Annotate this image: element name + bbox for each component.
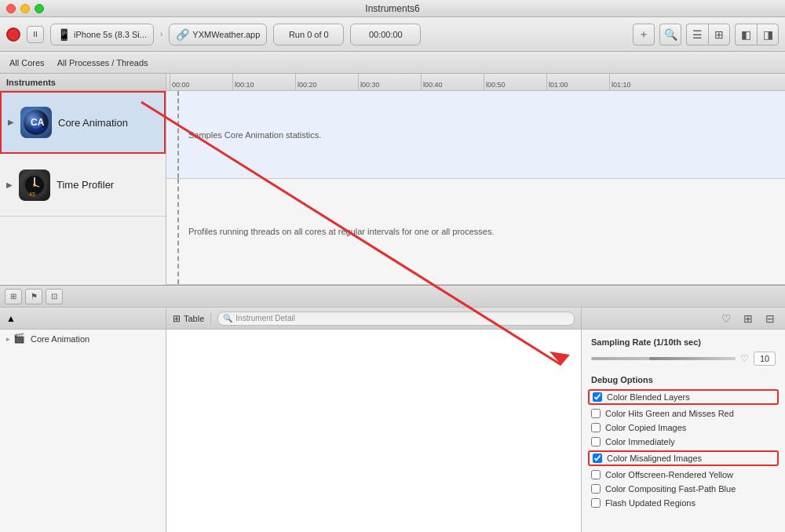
app-selector[interactable]: 🔗 YXMWeather.app [169, 24, 267, 46]
toolbar-divider [210, 312, 211, 325]
dashed-line-2 [177, 179, 179, 284]
debug-label-7: Flash Updated Regions [605, 498, 696, 508]
svg-text:CA: CA [31, 117, 45, 128]
all-cores-filter[interactable]: All Cores [9, 58, 45, 67]
heart-icon: ♡ [740, 353, 749, 364]
sampling-rate-section: Sampling Rate (1/10th sec) ♡ 10 [591, 337, 776, 366]
tick-3: l00:30 [358, 74, 421, 90]
add-instrument-button[interactable]: ＋ [633, 24, 655, 46]
search-placeholder: Instrument Detail [236, 314, 295, 322]
sampling-rate-slider-container: ♡ 10 [591, 352, 776, 366]
play-icon: ▶ [8, 118, 17, 127]
time-profiler-icon: 45 [19, 169, 50, 201]
debug-checkbox-1[interactable] [591, 409, 601, 418]
play-icon-2: ▶ [6, 180, 16, 190]
debug-checkbox-4[interactable] [593, 454, 602, 463]
debug-label-0: Color Blended Layers [607, 392, 690, 402]
flag-icon[interactable]: ⚑ [25, 289, 42, 304]
view-toggle: ☰ ⊞ [686, 24, 730, 46]
grid-button[interactable]: ⊞ [739, 311, 757, 326]
tick-2: l00:20 [295, 74, 358, 90]
table-icon: ⊞ [173, 313, 181, 324]
panel-toggle: ◧ ◨ [735, 24, 779, 46]
run-label: Run 0 of 0 [289, 30, 329, 39]
maximize-button[interactable] [35, 4, 44, 13]
all-processes-filter[interactable]: All Processes / Threads [57, 58, 148, 67]
debug-checkbox-7[interactable] [591, 498, 601, 508]
debug-label-2: Color Copied Images [605, 423, 686, 432]
core-animation-description: Samples Core Animation statistics. [173, 130, 321, 140]
debug-checkbox-2[interactable] [591, 423, 601, 432]
time-profiler-instrument[interactable]: ▶ 45 Time Profiler [0, 154, 166, 217]
core-animation-list-item[interactable]: ▸ 🎬 Core Animation [0, 330, 166, 348]
timeline-track: Samples Core Animation statistics. Profi… [166, 91, 785, 285]
run-selector[interactable]: Run 0 of 0 [273, 24, 344, 46]
list-item-label: Core Animation [31, 334, 89, 344]
timeline-ruler: 00:00 l00:10 l00:20 l00:30 l00:40 l00:50… [166, 74, 785, 91]
table-view-button[interactable]: ⊞ Table [173, 313, 204, 324]
bottom-middle-toolbar: ⊞ Table 🔍 Instrument Detail [166, 308, 581, 330]
debug-option-7: Flash Updated Regions [591, 496, 776, 510]
debug-label-1: Color Hits Green and Misses Red [605, 409, 734, 418]
tick-4: l00:40 [421, 74, 484, 90]
instruments-section: Instruments ▶ [0, 74, 785, 286]
record-button[interactable] [6, 27, 20, 42]
right-panel: ♡ ⊞ ⊟ Sampling Rate (1/10th sec) ♡ 10 [581, 308, 785, 532]
debug-option-1: Color Hits Green and Misses Red [591, 406, 776, 421]
core-animation-label: Core Animation [58, 117, 128, 129]
core-animation-track: Samples Core Animation statistics. [166, 91, 785, 179]
debug-label-6: Color Compositing Fast-Path Blue [605, 484, 736, 494]
left-panel-button[interactable]: ◧ [735, 24, 757, 46]
right-panel-button[interactable]: ◨ [757, 24, 779, 46]
options-button[interactable]: ⊟ [761, 311, 779, 326]
slider-value-display: 10 [754, 352, 776, 366]
right-panel-toolbar: ♡ ⊞ ⊟ [582, 308, 785, 330]
time-profiler-track: Profiles running threads on all cores at… [166, 179, 785, 285]
right-panel-content: Sampling Rate (1/10th sec) ♡ 10 Debug Op… [582, 330, 785, 518]
heart-button[interactable]: ♡ [717, 311, 735, 326]
debug-checkbox-5[interactable] [591, 470, 601, 479]
debug-options-section: Debug Options Color Blended Layers Color… [591, 375, 776, 510]
pause-button[interactable]: ⏸ [27, 26, 44, 43]
bottom-content-area [166, 330, 581, 532]
zoom-icon[interactable]: ⊞ [5, 289, 22, 304]
traffic-lights [6, 4, 44, 13]
tick-6: l01:00 [546, 74, 609, 90]
library-button[interactable]: 🔍 [659, 24, 681, 46]
filter-bar: All Cores All Processes / Threads [0, 52, 785, 74]
bottom-section-toolbar: ⊞ ⚑ ⊡ [0, 286, 785, 308]
debug-option-4: Color Misaligned Images [588, 450, 779, 466]
core-animation-icon: CA [20, 107, 52, 138]
instrument-detail-search[interactable]: 🔍 Instrument Detail [217, 312, 575, 326]
table-label: Table [184, 314, 204, 323]
debug-checkbox-6[interactable] [591, 484, 601, 494]
sampling-rate-slider[interactable] [591, 357, 736, 360]
debug-label-4: Color Misaligned Images [607, 454, 702, 463]
search-icon: 🔍 [223, 314, 232, 322]
list-arrow-icon: ▸ [6, 335, 10, 343]
debug-label-3: Color Immediately [605, 437, 675, 446]
close-button[interactable] [6, 4, 16, 13]
list-view-button[interactable]: ☰ [686, 24, 708, 46]
debug-option-6: Color Compositing Fast-Path Blue [591, 482, 776, 496]
debug-checkbox-0[interactable] [593, 392, 602, 402]
collapse-arrow[interactable]: ▲ [6, 313, 16, 324]
debug-label-5: Color Offscreen-Rendered Yellow [605, 470, 733, 479]
expand-icon[interactable]: ⊡ [46, 289, 63, 304]
bottom-row: ▲ ▸ 🎬 Core Animation ⊞ Table 🔍 [0, 308, 785, 532]
instruments-label: Instruments [6, 78, 56, 87]
debug-checkbox-3[interactable] [591, 437, 601, 446]
grid-view-button[interactable]: ⊞ [708, 24, 730, 46]
time-profiler-description: Profiles running threads on all cores at… [173, 227, 494, 236]
window-title: Instruments6 [365, 3, 419, 14]
device-selector[interactable]: 📱 iPhone 5s (8.3 Si... [50, 24, 154, 46]
bottom-middle-panel: ⊞ Table 🔍 Instrument Detail [166, 308, 581, 532]
debug-option-0: Color Blended Layers [588, 389, 779, 405]
bottom-wrapper: ⊞ ⚑ ⊡ ▲ ▸ 🎬 Core Animation [0, 286, 785, 532]
bottom-left-toolbar: ▲ [0, 308, 166, 330]
timeline-area: 00:00 l00:10 l00:20 l00:30 l00:40 l00:50… [166, 74, 785, 285]
core-animation-instrument[interactable]: ▶ CA Core A [0, 91, 166, 154]
debug-option-5: Color Offscreen-Rendered Yellow [591, 468, 776, 482]
minimize-button[interactable] [20, 4, 30, 13]
tick-0: 00:00 [170, 74, 232, 90]
